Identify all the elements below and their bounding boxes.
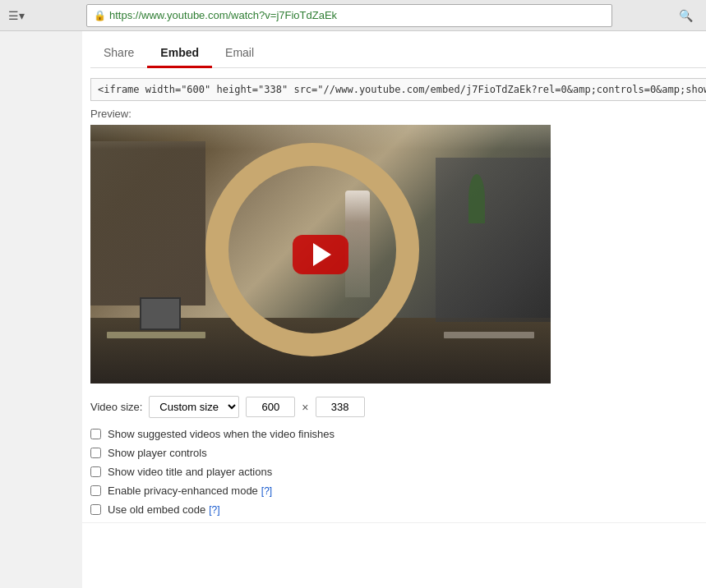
times-sign: × xyxy=(302,401,308,414)
preview-label: Preview: xyxy=(90,108,706,120)
tab-email[interactable]: Email xyxy=(212,39,267,68)
old-embed-help-link[interactable]: [?] xyxy=(209,504,219,516)
checkbox-player-controls[interactable] xyxy=(90,448,101,458)
height-input[interactable] xyxy=(316,397,365,417)
play-button[interactable] xyxy=(293,235,348,274)
tab-embed[interactable]: Embed xyxy=(147,39,212,68)
checkbox-label-4: Enable privacy-enhanced mode xyxy=(108,485,258,497)
menu-icon: ☰ xyxy=(8,9,19,22)
browser-bar: ☰▾ 🔒 https://www.youtube.com/watch?v=j7F… xyxy=(0,0,706,31)
privacy-help-link[interactable]: [?] xyxy=(261,485,272,497)
address-bar[interactable]: 🔒 https://www.youtube.com/watch?v=j7FioT… xyxy=(86,4,612,27)
checkbox-item-3[interactable]: Show video title and player actions xyxy=(90,466,706,478)
checkbox-item-2[interactable]: Show player controls xyxy=(90,447,706,459)
checkbox-old-embed[interactable] xyxy=(90,504,101,515)
width-input[interactable] xyxy=(246,397,295,417)
checkbox-label-1: Show suggested videos when the video fin… xyxy=(108,428,335,440)
video-preview[interactable] xyxy=(90,125,551,384)
embed-code-box[interactable]: <iframe width="600" height="338" src="//… xyxy=(90,78,706,101)
checkbox-label-2: Show player controls xyxy=(108,447,207,459)
checkbox-label-5: Use old embed code xyxy=(108,503,205,516)
tab-share[interactable]: Share xyxy=(90,39,147,68)
page-content: Share Embed Email <iframe width="600" he… xyxy=(82,31,706,588)
url-text: https://www.youtube.com/watch?v=j7FioTdZ… xyxy=(109,9,605,21)
browser-menu[interactable]: ☰▾ xyxy=(8,9,25,22)
checkbox-item-1[interactable]: Show suggested videos when the video fin… xyxy=(90,428,706,440)
show-less-bar: SHOW LESS xyxy=(82,522,706,555)
checkbox-suggested-videos[interactable] xyxy=(90,429,101,439)
tabs-container: Share Embed Email xyxy=(90,31,706,68)
size-dropdown[interactable]: Custom size 560×315 640×360 853×480 1280… xyxy=(149,396,239,418)
checkbox-item-4[interactable]: Enable privacy-enhanced mode [?] xyxy=(90,485,706,497)
checkbox-label-3: Show video title and player actions xyxy=(108,466,272,478)
checkbox-privacy-mode[interactable] xyxy=(90,485,101,496)
checkbox-item-5[interactable]: Use old embed code [?] xyxy=(90,503,706,516)
lock-icon: 🔒 xyxy=(94,10,106,21)
video-size-controls: Video size: Custom size 560×315 640×360 … xyxy=(90,396,706,418)
play-icon xyxy=(313,243,331,266)
checkbox-group: Show suggested videos when the video fin… xyxy=(90,428,706,516)
search-button[interactable]: 🔍 xyxy=(674,7,698,24)
video-size-label: Video size: xyxy=(90,401,142,413)
checkbox-video-title[interactable] xyxy=(90,466,101,477)
